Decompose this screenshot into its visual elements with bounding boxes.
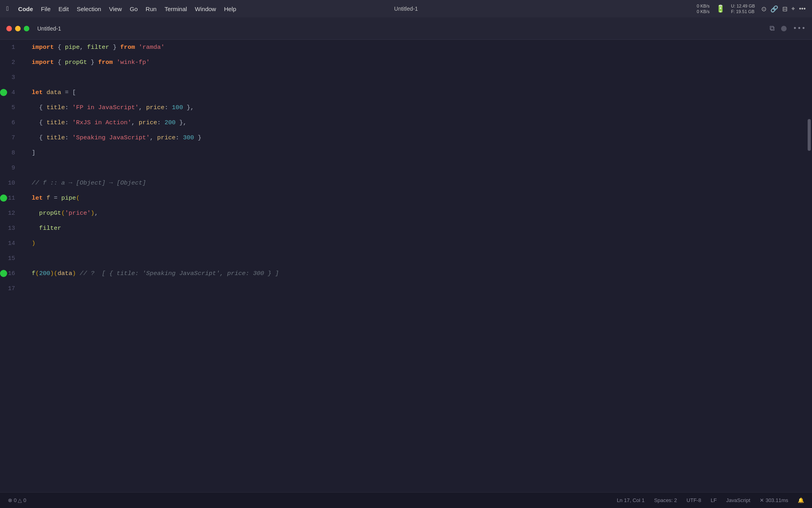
status-left: ⊗ 0 △ 0 [8,497,26,503]
code-line-10: // f :: a → [Object] → [Object] [29,175,806,190]
storage-info: U: 12.49 GB F: 19.51 GB [731,3,755,15]
controls-icon: ⊟ [782,5,787,13]
more-actions-icon[interactable]: ••• [793,25,806,33]
tab-title[interactable]: Untitled-1 [37,25,61,32]
notification-icon[interactable]: 🔔 [798,497,804,503]
line-num-row-4: 4 [0,85,29,100]
window-chrome-right: ⧉ ••• [770,25,806,33]
tab-bar: Untitled-1 ⧉ ••• [0,17,812,40]
link-icon: 🔗 [770,5,778,13]
breakpoint-16 [0,270,7,277]
circle-arrow-icon: ⊙ [761,5,766,13]
menu-help[interactable]: Help [224,6,236,12]
line-num-12: 12 [0,210,21,217]
menu-code[interactable]: Code [18,6,33,12]
menu-bar:  Code File Edit Selection View Go Run T… [6,5,236,12]
line-num-15: 15 [0,255,21,262]
menu-view[interactable]: View [109,6,122,12]
code-editor[interactable]: import { pipe, filter } from 'ramda' imp… [29,40,806,492]
traffic-lights [6,26,29,31]
line-num-8: 8 [0,150,21,156]
dirty-indicator [781,26,787,31]
menu-go[interactable]: Go [130,6,138,12]
code-line-17 [29,281,806,296]
line-num-row-11: 11 [0,190,29,206]
code-line-11: let f = pipe( [29,190,806,206]
cursor-icon: ⌖ [791,5,795,13]
line-num-5: 5 [0,104,21,111]
line-num-6: 6 [0,119,21,126]
line-num-row-9: 9 [0,160,29,175]
line-num-13: 13 [0,225,21,232]
code-line-1: import { pipe, filter } from 'ramda' [29,40,806,55]
time[interactable]: ✕ 303.11ms [760,497,788,503]
line-num-row-16: 16 [0,266,29,281]
line-num-row-15: 15 [0,251,29,266]
line-num-row-10: 10 [0,175,29,190]
code-line-3 [29,70,806,85]
language[interactable]: JavaScript [726,497,751,503]
line-numbers: 1 2 3 4 5 6 7 8 9 10 11 [0,40,29,492]
line-num-row-1: 1 [0,40,29,55]
status-bar: ⊗ 0 △ 0 Ln 17, Col 1 Spaces: 2 UTF-8 LF … [0,492,812,508]
close-button[interactable] [6,26,12,31]
code-line-9 [29,160,806,175]
code-line-13: filter [29,221,806,236]
menu-terminal[interactable]: Terminal [165,6,187,12]
code-line-16: f(200)(data) // ? [ { title: 'Speaking J… [29,266,806,281]
code-line-14: ) [29,236,806,251]
scrollbar-track[interactable] [806,40,812,492]
scrollbar-thumb[interactable] [808,119,811,151]
minimize-button[interactable] [15,26,21,31]
code-line-7: { title: 'Speaking JavaScript', price: 3… [29,130,806,145]
error-number: 0 [14,497,17,503]
ln-col[interactable]: Ln 17, Col 1 [617,497,645,503]
line-num-row-5: 5 [0,100,29,115]
code-line-4: let data = [ [29,85,806,100]
menu-edit[interactable]: Edit [59,6,69,12]
editor-layout: 1 2 3 4 5 6 7 8 9 10 11 [0,40,812,492]
line-num-10: 10 [0,180,21,187]
line-num-2: 2 [0,59,21,66]
line-num-17: 17 [0,285,21,292]
menu-file[interactable]: File [41,6,50,12]
code-line-5: { title: 'FP in JavaScript', price: 100 … [29,100,806,115]
split-editor-icon[interactable]: ⧉ [770,25,775,33]
line-num-row-8: 8 [0,145,29,160]
line-num-row-7: 7 [0,130,29,145]
status-right: Ln 17, Col 1 Spaces: 2 UTF-8 LF JavaScri… [617,497,804,503]
error-icon: ⊗ [8,497,12,503]
line-num-row-13: 13 [0,221,29,236]
menu-run[interactable]: Run [146,6,157,12]
code-line-2: import { propGt } from 'wink-fp' [29,55,806,70]
breakpoint-4 [0,89,7,96]
encoding[interactable]: UTF-8 [687,497,701,503]
code-line-6: { title: 'RxJS in Action', price: 200 }, [29,115,806,130]
line-num-row-14: 14 [0,236,29,251]
line-num-row-2: 2 [0,55,29,70]
code-line-12: propGt('price'), [29,206,806,221]
title-bar-right: 0 KB/s 0 KB/s 🔋 U: 12.49 GB F: 19.51 GB … [697,3,806,15]
line-num-row-17: 17 [0,281,29,296]
line-ending[interactable]: LF [710,497,716,503]
code-line-15 [29,251,806,266]
menu-selection[interactable]: Selection [77,6,101,12]
breakpoint-11 [0,194,7,202]
line-num-row-6: 6 [0,115,29,130]
more-icon: ••• [799,5,806,13]
line-num-3: 3 [0,74,21,81]
window-title: Untitled-1 [394,6,418,12]
line-num-row-3: 3 [0,70,29,85]
warning-icon: △ [18,497,22,503]
title-bar:  Code File Edit Selection View Go Run T… [0,0,812,17]
code-line-8: ] [29,145,806,160]
network-info: 0 KB/s 0 KB/s [697,3,709,15]
menu-window[interactable]: Window [195,6,216,12]
line-num-row-12: 12 [0,206,29,221]
apple-menu[interactable]:  [6,5,9,12]
warning-number: 0 [23,497,26,503]
maximize-button[interactable] [24,26,29,31]
spaces[interactable]: Spaces: 2 [654,497,677,503]
error-count[interactable]: ⊗ 0 △ 0 [8,497,26,503]
line-num-9: 9 [0,165,21,171]
